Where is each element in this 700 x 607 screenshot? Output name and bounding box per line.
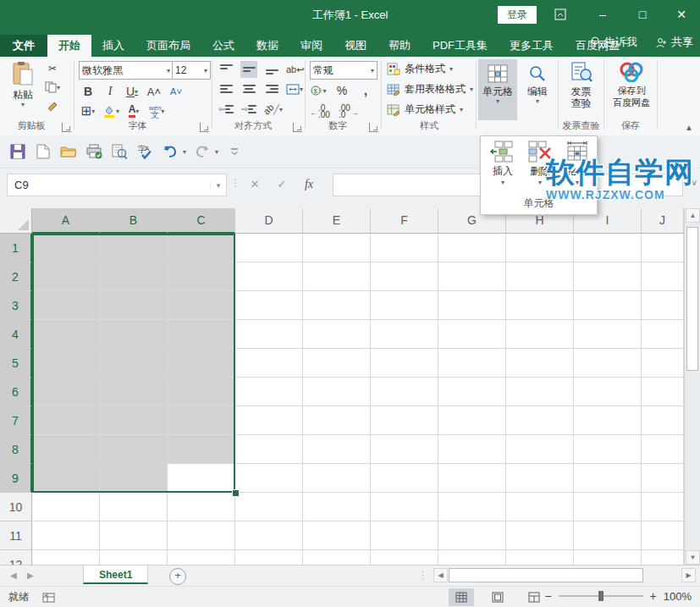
- cell-H6[interactable]: [506, 378, 574, 406]
- customize-icon[interactable]: [223, 141, 245, 163]
- cell-E2[interactable]: [303, 262, 371, 291]
- cell-I10[interactable]: [574, 493, 642, 521]
- scroll-left-icon[interactable]: ◀: [433, 568, 448, 582]
- invoice-check-button[interactable]: 发票查验: [561, 59, 601, 120]
- tab-2[interactable]: 插入: [91, 35, 135, 57]
- cell-B9[interactable]: [100, 464, 168, 493]
- tab-9[interactable]: PDF工具集: [422, 35, 499, 57]
- decrease-decimal-icon[interactable]: .00.0→: [339, 103, 359, 120]
- cell-A2[interactable]: [32, 262, 100, 291]
- cell-J4[interactable]: [642, 320, 684, 349]
- cell-F7[interactable]: [371, 406, 438, 435]
- cell-J3[interactable]: [642, 291, 684, 320]
- cell-C7[interactable]: [168, 406, 235, 435]
- row-header-12[interactable]: 12: [0, 550, 32, 565]
- tab-7[interactable]: 视图: [333, 35, 378, 57]
- select-all-button[interactable]: [0, 208, 32, 234]
- cell-F5[interactable]: [371, 349, 438, 378]
- scroll-down-icon[interactable]: ▼: [686, 550, 700, 565]
- middle-align-icon[interactable]: [240, 61, 257, 78]
- cell-J6[interactable]: [642, 378, 684, 406]
- cell-D8[interactable]: [235, 435, 303, 464]
- align-left-icon[interactable]: [218, 80, 234, 97]
- cell-A7[interactable]: [32, 406, 100, 435]
- cell-B6[interactable]: [100, 378, 168, 406]
- cell-E6[interactable]: [303, 378, 371, 406]
- cut-icon[interactable]: ✂: [44, 60, 61, 77]
- cell-D3[interactable]: [235, 291, 303, 320]
- normal-view-button[interactable]: [449, 588, 474, 606]
- cell-A3[interactable]: [32, 291, 100, 320]
- cell-C10[interactable]: [168, 493, 235, 521]
- row-header-1[interactable]: 1: [0, 234, 32, 262]
- cell-D6[interactable]: [235, 378, 303, 406]
- number-format-combo[interactable]: 常规▾: [310, 61, 378, 80]
- cell-B5[interactable]: [100, 349, 168, 378]
- cell-G12[interactable]: [438, 550, 506, 565]
- format-painter-icon[interactable]: [44, 97, 61, 114]
- cell-C2[interactable]: [168, 262, 235, 291]
- tab-3[interactable]: 页面布局: [135, 35, 201, 57]
- cell-C8[interactable]: [168, 435, 235, 464]
- insert-cells-menuitem[interactable]: 插入 ▾: [486, 141, 520, 186]
- cell-A9[interactable]: [32, 464, 100, 493]
- cell-E12[interactable]: [303, 550, 371, 565]
- enter-entry-icon[interactable]: ✓: [271, 174, 293, 195]
- cell-G3[interactable]: [438, 291, 506, 320]
- cells-button[interactable]: 单元格 ▾: [478, 59, 517, 120]
- sheet-tab-Sheet1[interactable]: Sheet1: [83, 566, 148, 584]
- column-header-D[interactable]: D: [235, 208, 303, 234]
- font-color-icon[interactable]: A ▾: [125, 102, 142, 119]
- paste-button[interactable]: 粘贴 ▾: [3, 59, 42, 120]
- column-header-A[interactable]: A: [32, 208, 100, 234]
- page-break-view-button[interactable]: [521, 588, 547, 606]
- cell-G5[interactable]: [438, 349, 506, 378]
- tab-scrollbar-splitter[interactable]: ⋮: [418, 570, 427, 581]
- horizontal-scroll-thumb[interactable]: [449, 568, 643, 582]
- cell-C3[interactable]: [168, 291, 235, 320]
- cell-C5[interactable]: [168, 349, 235, 378]
- row-header-5[interactable]: 5: [0, 349, 32, 378]
- cell-E4[interactable]: [303, 320, 371, 349]
- bottom-align-icon[interactable]: [263, 61, 280, 78]
- increase-font-icon[interactable]: A˄: [146, 83, 163, 100]
- cell-H5[interactable]: [506, 349, 574, 378]
- cell-B4[interactable]: [100, 320, 168, 349]
- cell-D4[interactable]: [235, 320, 303, 349]
- cell-E3[interactable]: [303, 291, 371, 320]
- minimize-button[interactable]: –: [584, 0, 621, 30]
- zoom-slider[interactable]: [559, 595, 643, 597]
- cell-C6[interactable]: [168, 378, 235, 406]
- vertical-scroll-thumb[interactable]: [686, 227, 698, 371]
- cell-F11[interactable]: [371, 521, 438, 550]
- close-button[interactable]: ✕: [663, 0, 700, 30]
- cell-E10[interactable]: [303, 493, 371, 521]
- column-header-F[interactable]: F: [371, 208, 438, 234]
- cell-I9[interactable]: [574, 464, 642, 493]
- login-button[interactable]: 登录: [498, 6, 537, 24]
- cell-F1[interactable]: [371, 234, 438, 262]
- comma-style-icon[interactable]: ,: [357, 82, 374, 99]
- increase-decimal-icon[interactable]: ←.0.00: [310, 103, 330, 120]
- cell-C4[interactable]: [168, 320, 235, 349]
- cell-B8[interactable]: [100, 435, 168, 464]
- row-header-6[interactable]: 6: [0, 378, 32, 406]
- format-cells-menuitem[interactable]: 格式 ▾: [560, 141, 594, 186]
- bold-button[interactable]: B: [80, 83, 96, 100]
- cell-G6[interactable]: [438, 378, 506, 406]
- italic-button[interactable]: I: [102, 83, 119, 100]
- cell-I8[interactable]: [574, 435, 642, 464]
- zoom-level[interactable]: 100%: [664, 590, 692, 603]
- cell-E11[interactable]: [303, 521, 371, 550]
- cell-B2[interactable]: [100, 262, 168, 291]
- cell-D7[interactable]: [235, 406, 303, 435]
- cell-B3[interactable]: [100, 291, 168, 320]
- cell-E5[interactable]: [303, 349, 371, 378]
- cell-H2[interactable]: [506, 262, 574, 291]
- cell-B1[interactable]: [100, 234, 168, 262]
- align-center-icon[interactable]: [240, 80, 257, 97]
- cell-H11[interactable]: [506, 521, 574, 550]
- cell-G7[interactable]: [438, 406, 506, 435]
- cell-J12[interactable]: [642, 550, 684, 565]
- cell-F12[interactable]: [371, 550, 438, 565]
